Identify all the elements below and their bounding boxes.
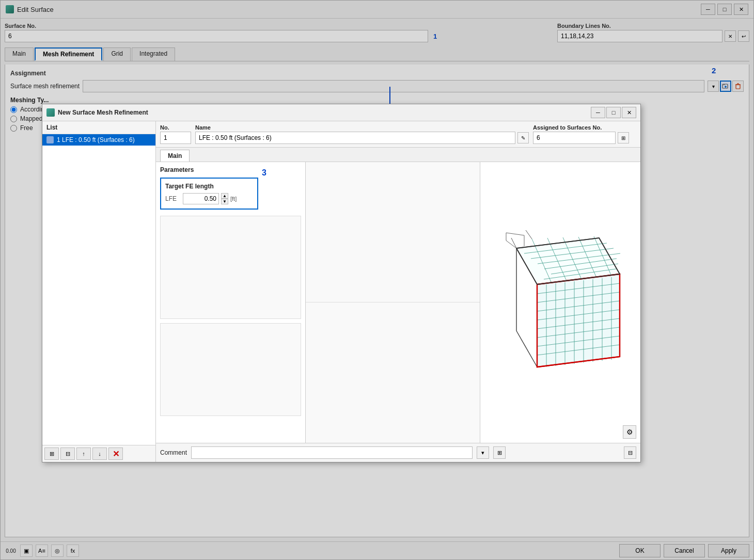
dialog-close[interactable]: ✕ [622, 107, 636, 118]
params-label: Parameters [160, 166, 301, 173]
lfe-row: LFE ▲ ▼ [ft] [165, 193, 253, 204]
name-input[interactable] [195, 132, 515, 144]
svg-line-41 [506, 241, 516, 248]
lower-sub-panel [160, 323, 301, 416]
svg-marker-22 [537, 274, 620, 367]
target-fe-title: Target FE length [165, 183, 253, 190]
dialog-tabs: Main [156, 148, 640, 162]
no-field-group: No. [160, 124, 191, 144]
no-label: No. [160, 124, 191, 131]
middle-panel [306, 162, 480, 443]
list-header: List [42, 121, 155, 134]
target-fe-box: Target FE length LFE ▲ ▼ [ft] [160, 178, 258, 210]
comment-action-btn[interactable]: ⊞ [493, 446, 506, 459]
list-item-label: 1 LFE : 0.50 ft (Surfaces : 6) [57, 136, 135, 143]
assigned-pick-btn[interactable]: ⊞ [618, 132, 629, 143]
lfe-label: LFE [165, 195, 181, 202]
dialog-icon [46, 108, 55, 117]
svg-line-21 [526, 230, 532, 239]
middle-upper [306, 162, 480, 302]
no-input[interactable] [160, 132, 191, 144]
dialog-fields-row: No. Name ✎ Assigned to Surfaces No. [156, 121, 640, 148]
list-delete-btn[interactable]: ✕ [108, 447, 123, 460]
comment-dropdown-btn[interactable]: ▾ [477, 446, 489, 459]
svg-line-40 [516, 331, 537, 367]
dialog-main-content: Parameters Target FE length LFE ▲ ▼ [f [156, 162, 640, 443]
list-panel-footer: ⊞ ⊟ ↑ ↓ ✕ [42, 445, 155, 462]
dialog-minimize[interactable]: ─ [591, 107, 605, 118]
main-window: Edit Surface ─ □ ✕ Surface No. 1 Boundar… [0, 0, 754, 560]
right-panel: No. Name ✎ Assigned to Surfaces No. [156, 121, 640, 462]
svg-line-44 [506, 233, 524, 235]
lfe-unit: [ft] [230, 196, 237, 202]
dialog-title-buttons: ─ □ ✕ [591, 107, 636, 118]
name-field-group: Name ✎ [195, 124, 529, 144]
comment-extra-btn[interactable]: ⊟ [624, 446, 636, 459]
list-move-dn-btn[interactable]: ↓ [92, 447, 107, 460]
upper-sub-panel [160, 216, 301, 319]
assigned-input[interactable] [533, 132, 616, 144]
dialog-title-bar: New Surface Mesh Refinement ─ □ ✕ [42, 104, 640, 121]
list-move-up-btn[interactable]: ↑ [76, 447, 91, 460]
dialog-title: New Surface Mesh Refinement [58, 109, 148, 116]
list-copy2-btn[interactable]: ⊟ [60, 447, 75, 460]
inner-dialog: New Surface Mesh Refinement ─ □ ✕ List 1… [42, 104, 641, 462]
3d-preview-svg [491, 228, 630, 377]
comment-label: Comment [160, 449, 187, 456]
dialog-maximize[interactable]: □ [606, 107, 621, 118]
dialog-body: List 1 LFE : 0.50 ft (Surfaces : 6) ⊞ ⊟ … [42, 121, 640, 462]
comment-input[interactable] [191, 446, 473, 459]
preview-settings-btn[interactable]: ⚙ [623, 425, 636, 439]
svg-line-20 [511, 238, 516, 248]
name-label: Name [195, 124, 529, 131]
spin-buttons: ▲ ▼ [221, 193, 228, 204]
list-item-icon [46, 136, 54, 143]
list-items: 1 LFE : 0.50 ft (Surfaces : 6) [42, 134, 155, 445]
list-item[interactable]: 1 LFE : 0.50 ft (Surfaces : 6) [42, 134, 155, 146]
spin-up[interactable]: ▲ [221, 193, 228, 199]
lfe-value-input[interactable] [183, 193, 219, 204]
list-copy-btn[interactable]: ⊞ [44, 447, 59, 460]
spin-down[interactable]: ▼ [221, 199, 228, 204]
list-panel: List 1 LFE : 0.50 ft (Surfaces : 6) ⊞ ⊟ … [42, 121, 156, 462]
dialog-tab-main[interactable]: Main [160, 150, 190, 162]
preview-panel: ⚙ [480, 162, 640, 443]
middle-lower [306, 302, 480, 443]
assigned-label: Assigned to Surfaces No. [533, 124, 636, 131]
name-edit-btn[interactable]: ✎ [517, 132, 529, 143]
params-panel: Parameters Target FE length LFE ▲ ▼ [f [156, 162, 306, 443]
assigned-field-group: Assigned to Surfaces No. ⊞ [533, 124, 636, 144]
comment-section: Comment ▾ ⊞ ⊟ [156, 443, 640, 462]
dialog-title-left: New Surface Mesh Refinement [46, 108, 148, 117]
annotation-3: 3 [262, 168, 266, 178]
